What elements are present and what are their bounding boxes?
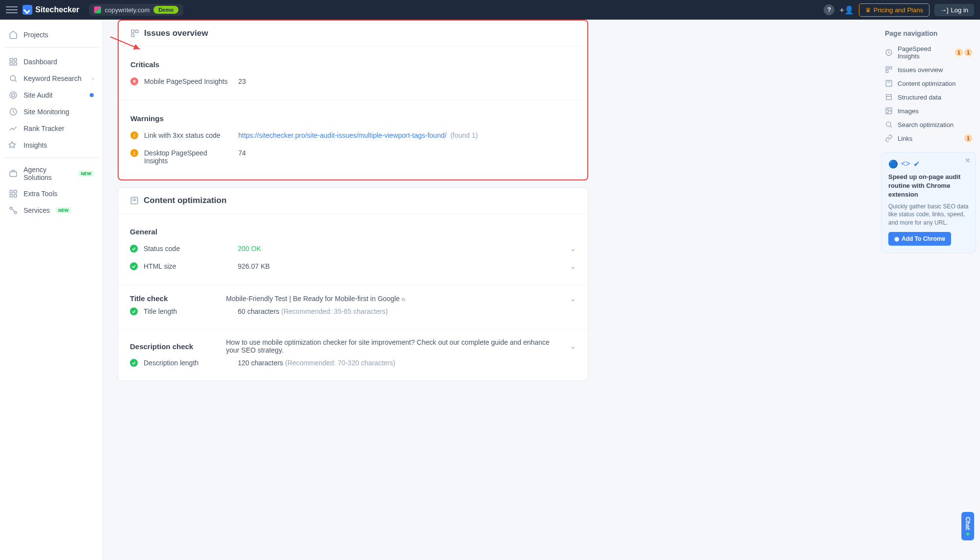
svg-rect-1	[14, 58, 17, 61]
nav-icon	[885, 79, 893, 87]
page-nav-structured-data[interactable]: Structured data	[881, 90, 976, 104]
check-label: Status code	[144, 245, 232, 253]
sidebar-item-services[interactable]: ServicesNEW	[4, 202, 99, 219]
content-optimization-card: Content optimization General Status code…	[118, 187, 588, 381]
logo-icon	[23, 5, 32, 15]
page-nav-images[interactable]: Images	[881, 104, 976, 118]
svg-line-40	[890, 126, 892, 127]
close-icon[interactable]: ✕	[965, 156, 971, 164]
sidebar-item-site-audit[interactable]: Site Audit	[4, 87, 99, 103]
page-nav-title: Page navigation	[881, 27, 976, 42]
check-label: Mobile PageSpeed Insights	[144, 77, 232, 85]
external-link-icon[interactable]: ⧉	[402, 297, 405, 302]
new-badge: NEW	[56, 207, 71, 213]
sidebar-item-agency-solutions[interactable]: Agency SolutionsNEW	[4, 162, 99, 185]
sidebar-item-keyword-research[interactable]: Keyword Research›	[4, 70, 99, 87]
chevron-down-icon[interactable]: ⌄	[570, 245, 576, 253]
svg-rect-19	[131, 34, 134, 37]
count-badge: 1	[964, 49, 972, 56]
general-heading: General	[130, 228, 576, 236]
svg-rect-12	[10, 195, 12, 197]
svg-point-23	[134, 136, 135, 137]
svg-rect-18	[136, 30, 138, 32]
general-row: HTML size926.07 KB⌄	[130, 257, 576, 275]
page-nav-links[interactable]: Links1	[881, 131, 976, 145]
promo-title: Speed up on-page audit routine with Chro…	[888, 173, 969, 200]
pricing-button[interactable]: ♛ Pricing and Plans	[859, 3, 930, 17]
main-content: Issues overview Criticals Mobile PageSpe…	[103, 20, 877, 560]
sidebar-item-site-monitoring[interactable]: Site Monitoring	[4, 103, 99, 120]
code-icon: <>	[901, 159, 910, 169]
crown-icon: ♛	[865, 6, 871, 14]
promo-text: Quickly gather basic SEO data like statu…	[888, 203, 969, 227]
content-icon	[130, 196, 139, 205]
warnings-heading: Warnings	[130, 114, 576, 123]
issues-title: Issues overview	[144, 28, 208, 38]
svg-point-39	[886, 122, 891, 127]
sidebar-projects[interactable]: Projects	[4, 26, 99, 43]
chat-widget[interactable]: Chat	[961, 512, 974, 540]
nav-icon	[885, 107, 893, 115]
check-label: HTML size	[144, 262, 232, 270]
help-icon[interactable]: ?	[824, 4, 834, 15]
desc-check-heading: Description check	[130, 342, 218, 351]
svg-line-16	[12, 209, 15, 212]
sidebar-item-extra-tools[interactable]: Extra Tools	[4, 185, 99, 202]
sidebar-item-dashboard[interactable]: Dashboard	[4, 53, 99, 70]
app-header: Sitechecker copywritely.com Demo ? +👤 ♛ …	[0, 0, 980, 20]
page-nav-search-optimization[interactable]: Search optimization	[881, 118, 976, 131]
content-opt-title: Content optimization	[144, 196, 226, 205]
site-name: copywritely.com	[105, 6, 150, 14]
critical-row[interactable]: Mobile PageSpeed Insights23	[130, 73, 576, 90]
active-dot-icon	[90, 93, 94, 97]
login-button[interactable]: →] Log in	[934, 4, 974, 16]
chevron-right-icon: ›	[92, 76, 94, 81]
issues-icon	[130, 29, 139, 38]
critical-icon	[130, 77, 138, 85]
page-nav-issues-overview[interactable]: Issues overview	[881, 63, 976, 76]
chrome-extension-promo: ✕ 🔵 <> ✔ Speed up on-page audit routine …	[881, 152, 976, 253]
brand-name: Sitechecker	[35, 5, 79, 14]
check-icon: ✔	[913, 159, 920, 169]
nav-icon	[885, 49, 893, 56]
sidebar-item-insights[interactable]: Insights	[4, 137, 99, 153]
warning-row[interactable]: Link with 3xx status codehttps://siteche…	[130, 127, 576, 144]
add-to-chrome-button[interactable]: ◉ Add To Chrome	[888, 232, 951, 246]
svg-point-6	[10, 92, 17, 99]
page-nav-pagespeed-insights[interactable]: PageSpeed Insights11	[881, 42, 976, 63]
nav-icon	[9, 74, 18, 83]
title-check-heading: Title check	[130, 294, 218, 303]
svg-rect-2	[14, 63, 17, 65]
warning-row[interactable]: Desktop PageSpeed Insights74	[130, 144, 576, 170]
add-user-icon[interactable]: +👤	[839, 5, 854, 15]
description-check-section: Description check How to use mobile opti…	[118, 329, 588, 381]
brand-logo[interactable]: Sitechecker	[23, 5, 79, 15]
chevron-down-icon[interactable]: ⌄	[570, 262, 576, 270]
chevron-down-icon[interactable]: ⌄	[570, 342, 576, 350]
svg-rect-11	[14, 190, 17, 193]
general-row: Status code200 OK⌄	[130, 240, 576, 257]
svg-point-25	[134, 154, 135, 154]
nav-icon	[9, 141, 18, 150]
check-ok-icon	[130, 262, 138, 270]
check-value: https://sitechecker.pro/site-audit-issue…	[238, 131, 576, 139]
svg-point-38	[887, 109, 889, 111]
chevron-down-icon[interactable]: ⌄	[570, 295, 576, 303]
page-navigation: Page navigation PageSpeed Insights11Issu…	[877, 20, 980, 560]
sidebar: Projects DashboardKeyword Research›Site …	[0, 20, 103, 560]
site-favicon-icon	[94, 6, 101, 13]
issues-overview-card: Issues overview Criticals Mobile PageSpe…	[118, 20, 588, 180]
title-check-value: Mobile-Friendly Test | Be Ready for Mobi…	[226, 295, 562, 303]
count-badge: 1	[964, 134, 972, 142]
nav-icon	[9, 124, 18, 133]
desc-check-value: How to use mobile optimization checker f…	[226, 338, 562, 354]
page-nav-content-optimization[interactable]: Content optimization	[881, 76, 976, 90]
svg-rect-10	[10, 190, 12, 193]
new-badge: NEW	[78, 171, 94, 177]
svg-line-5	[15, 80, 17, 82]
warning-link[interactable]: https://sitechecker.pro/site-audit-issue…	[238, 131, 447, 139]
sidebar-item-rank-tracker[interactable]: Rank Tracker	[4, 120, 99, 137]
menu-toggle[interactable]	[6, 4, 18, 16]
nav-icon	[885, 121, 893, 128]
site-selector[interactable]: copywritely.com Demo	[89, 4, 183, 16]
